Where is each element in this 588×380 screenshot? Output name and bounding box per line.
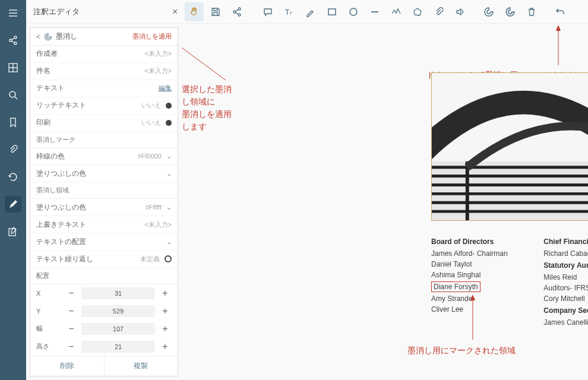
share-icon[interactable] [5,32,21,49]
outline-color-value[interactable]: #Ff0000 [138,153,162,160]
y-increment-button[interactable]: + [159,305,172,318]
x-value[interactable]: 31 [81,287,155,299]
svg-text:T: T [289,11,292,16]
text-tool-button[interactable]: TT [280,2,299,21]
attachment-icon[interactable] [5,141,21,158]
annotation-type-label: 墨消し [56,31,77,42]
callout-marked-area: 墨消し用にマークされた領域 [407,344,516,357]
edit-pencil-icon[interactable] [5,196,21,213]
svg-point-1 [14,36,17,39]
author-value[interactable]: <未入力> [144,49,172,58]
subject-value[interactable]: <未入力> [144,66,172,75]
text-label: テキスト [36,83,65,93]
overlay-text-value[interactable]: <未入力> [144,220,172,229]
board-item: James Alford- Chairman [431,249,527,258]
search-icon[interactable] [5,87,21,103]
h-value[interactable]: 21 [81,341,155,353]
y-decrement-button[interactable]: − [65,305,78,318]
text-repeat-label: テキスト繰り返し [36,254,93,264]
svg-point-7 [238,8,241,10]
overlay-text-label: 上書きテキスト [36,220,86,230]
x-decrement-button[interactable]: − [65,287,78,300]
section-mark: 墨消しマーク [30,132,178,148]
compose-icon[interactable] [5,223,21,240]
h-label: 高さ [36,342,61,351]
outline-color-chevron-icon[interactable]: ⌄ [166,153,172,160]
print-value: いいえ [141,118,161,127]
board-item: Cliver Lee [431,305,527,314]
annotation-editor-panel: < 墨消し 墨消しを適用 作成者<未入力> 件名<未入力> テキスト編集 リッチ… [30,27,178,376]
bookmark-icon[interactable] [5,114,21,131]
print-toggle[interactable] [166,120,172,126]
y-value[interactable]: 529 [81,305,155,317]
undo-button[interactable] [551,2,570,21]
richtext-label: リッチテキスト [36,100,86,110]
delete-annotation-button[interactable]: 削除 [30,356,104,376]
sound-tool-button[interactable] [451,2,470,21]
document-image [431,72,588,221]
svg-point-4 [10,91,15,97]
polygon-tool-button[interactable] [408,2,427,21]
document-canvas: 選択した墨消し領域に 墨消しを適用します ドキュメントで墨消し用にマークされた … [182,24,588,380]
section-position: 配置 [30,268,178,284]
richtext-toggle[interactable] [166,103,172,109]
delete-button[interactable] [522,2,541,21]
column-officers: Chief Financial Officer Richard Cabacana… [543,238,588,369]
svg-marker-15 [556,25,561,31]
undo-path-icon[interactable] [5,169,21,185]
close-panel-button[interactable]: × [167,7,182,17]
text-repeat-toggle[interactable] [165,255,172,262]
attach-tool-button[interactable] [429,2,448,21]
outline-color-label: 枠線の色 [36,151,65,162]
share-top-button[interactable] [227,2,246,21]
back-chevron-icon[interactable]: < [36,33,40,41]
apply-redaction-link[interactable]: 墨消しを適用 [132,32,172,41]
callout-apply-selected: 選択した墨消し領域に 墨消しを適用します [182,83,235,133]
redact-mark-button[interactable] [479,2,498,21]
print-label: 印刷 [36,118,50,128]
duplicate-annotation-button[interactable]: 複製 [104,356,178,376]
board-item: Amy Strande [431,294,527,303]
grid-icon[interactable] [5,59,21,76]
polyline-tool-button[interactable] [387,2,406,21]
svg-point-12 [350,8,357,15]
text-repeat-value: 未定義 [140,255,160,264]
svg-point-0 [10,39,12,42]
panel-title: 注釈エディタ [31,7,80,17]
svg-point-8 [238,14,241,16]
rect-tool-button[interactable] [323,2,342,21]
area-fill-label: 塗りつぶしの色 [36,202,86,213]
secretary-title: Company Secretary [543,306,588,315]
auditors-title: Statutory Auditors [543,261,588,270]
redaction-marked-text[interactable]: Diane Forsyth [431,281,480,292]
redact-type-icon [44,33,52,41]
h-decrement-button[interactable]: − [65,340,78,353]
cfo-title: Chief Financial Officer [543,238,588,246]
svg-line-13 [182,42,226,80]
svg-rect-11 [328,9,336,15]
menu-icon[interactable] [5,5,21,21]
line-tool-button[interactable] [365,2,384,21]
h-increment-button[interactable]: + [159,340,172,353]
fill-color-label: 塗りつぶしの色 [36,169,86,179]
y-label: Y [36,308,61,315]
hand-tool-button[interactable] [185,2,204,21]
w-increment-button[interactable]: + [159,322,172,335]
left-toolbar [0,0,26,380]
richtext-value: いいえ [141,101,161,110]
board-item: Ashima Singhal [431,271,527,279]
comment-button[interactable] [258,2,277,21]
area-fill-value[interactable]: #Ffffff [146,204,162,211]
area-fill-chevron-icon[interactable]: ⌄ [166,204,172,211]
fill-color-chevron-icon[interactable]: ⌄ [166,170,172,178]
text-align-chevron-icon[interactable]: ⌄ [166,238,172,246]
author-label: 作成者 [36,49,58,59]
x-increment-button[interactable]: + [159,287,172,300]
w-decrement-button[interactable]: − [65,322,78,335]
text-edit-link[interactable]: 編集 [159,84,172,93]
w-value[interactable]: 107 [81,323,155,335]
redact-apply-button[interactable] [501,2,520,21]
pen-tool-button[interactable] [301,2,320,21]
circle-tool-button[interactable] [344,2,363,21]
save-button[interactable] [206,2,225,21]
